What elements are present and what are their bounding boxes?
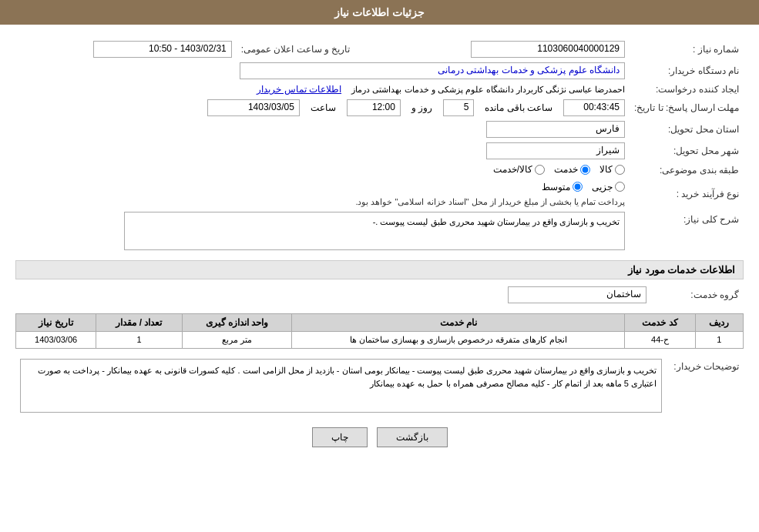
- col-quantity: تعداد / مقدار: [96, 313, 182, 331]
- province-label: استان محل تحویل:: [630, 119, 744, 140]
- purchase-type-medium[interactable]: متوسط: [542, 182, 583, 192]
- creator-value: احمدرضا عباسی نژنگی کاربردار دانشگاه علو…: [351, 85, 625, 94]
- day-label: روز و: [411, 102, 432, 113]
- response-deadline-label: مهلت ارسال پاسخ: تا تاریخ:: [630, 97, 744, 119]
- response-days: 5: [443, 99, 474, 116]
- service-code: ح-44: [625, 331, 696, 348]
- col-service-name: نام خدمت: [292, 313, 625, 331]
- col-service-code: کد خدمت: [625, 313, 696, 331]
- page-header: جزئیات اطلاعات نیاز: [0, 0, 759, 25]
- announce-value: 1403/02/31 - 10:50: [93, 41, 232, 58]
- purchase-type-partial[interactable]: جزیی: [592, 182, 625, 192]
- purchase-type-radio-medium[interactable]: [573, 182, 583, 192]
- response-time: 12:00: [347, 99, 401, 116]
- category-radio-both[interactable]: [535, 165, 545, 175]
- announce-label: تاریخ و ساعت اعلان عمومی:: [237, 38, 355, 60]
- category-option-kala[interactable]: کالا: [599, 164, 625, 175]
- response-date: 1403/03/05: [207, 99, 300, 116]
- need-date: 1403/03/06: [16, 331, 96, 348]
- remaining-label: ساعت باقی مانده: [485, 102, 552, 113]
- category-radio-group: کالا خدمت کالا/خدمت: [493, 164, 625, 175]
- description-value: تخریب و بازسازی واقع در بیمارستان شهید م…: [124, 212, 625, 250]
- category-radio-kala[interactable]: [615, 165, 625, 175]
- category-radio-khedmat[interactable]: [580, 165, 590, 175]
- print-button[interactable]: چاپ: [312, 427, 368, 447]
- buttons-row: بازگشت چاپ: [15, 427, 744, 447]
- org-name-label: نام دستگاه خریدار:: [630, 60, 744, 82]
- contact-link[interactable]: اطلاعات تماس خریدار: [257, 84, 341, 95]
- col-row-num: ردیف: [695, 313, 743, 331]
- need-number-label: شماره نیاز :: [630, 38, 744, 60]
- city-label: شهر محل تحویل:: [630, 140, 744, 162]
- purchase-desc: پرداخت تمام یا بخشی از مبلغ خریدار از مح…: [20, 197, 625, 207]
- time-label: ساعت: [311, 102, 336, 113]
- category-label: طبقه بندی موضوعی:: [630, 162, 744, 179]
- back-button[interactable]: بازگشت: [377, 427, 448, 447]
- category-option-khedmat[interactable]: خدمت: [554, 164, 590, 175]
- purchase-type-radio-partial[interactable]: [615, 182, 625, 192]
- purchase-type-radio-group: جزیی متوسط: [20, 182, 625, 192]
- org-name-value: دانشگاه علوم پزشکی و خدمات بهداشتی درمان…: [240, 62, 625, 79]
- city-value: شیراز: [486, 142, 625, 159]
- notes-value: تخریب و بازسازی واقع در بیمارستان شهید م…: [20, 359, 662, 413]
- services-section-title: اطلاعات خدمات مورد نیاز: [15, 260, 744, 279]
- service-group-value: ساختمان: [508, 286, 646, 303]
- need-number-value: 1103060040000129: [471, 41, 625, 58]
- service-name: انجام کارهای متفرقه درخصوص بازسازی و بهس…: [292, 331, 625, 348]
- unit: متر مربع: [182, 331, 292, 348]
- category-option-both[interactable]: کالا/خدمت: [493, 164, 545, 175]
- header-title: جزئیات اطلاعات نیاز: [334, 6, 425, 18]
- description-label: شرح کلی نیاز:: [630, 209, 744, 253]
- col-unit: واحد اندازه گیری: [182, 313, 292, 331]
- service-group-label: گروه خدمت:: [651, 284, 744, 306]
- province-value: فارس: [486, 121, 625, 138]
- purchase-type-label: نوع فرآیند خرید :: [630, 179, 744, 209]
- countdown-value: 00:43:45: [563, 99, 625, 116]
- notes-label: توضیحات خریدار:: [667, 356, 744, 415]
- quantity: 1: [96, 331, 182, 348]
- table-row: 1 ح-44 انجام کارهای متفرقه درخصوص بازساز…: [16, 331, 744, 348]
- creator-label: ایجاد کننده درخواست:: [630, 82, 744, 97]
- col-date: تاریخ نیاز: [16, 313, 96, 331]
- row-num: 1: [695, 331, 743, 348]
